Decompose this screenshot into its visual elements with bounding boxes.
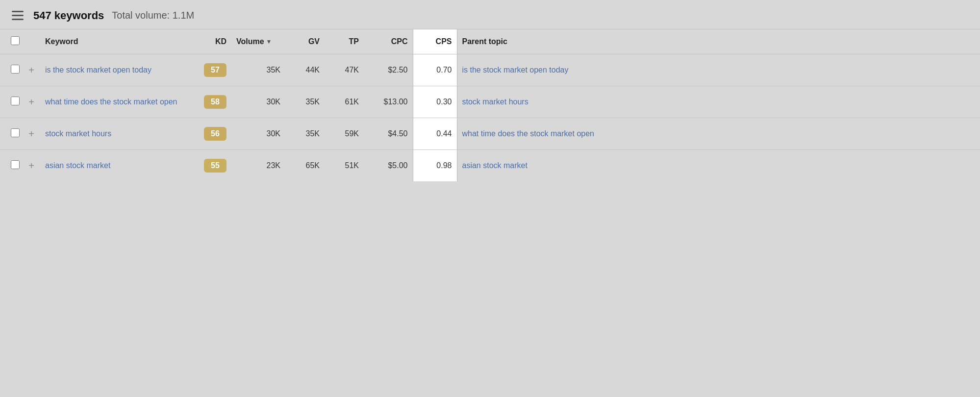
row-cpc: $2.50 bbox=[364, 54, 413, 86]
header-volume[interactable]: Volume ▼ bbox=[231, 29, 285, 54]
row-parent-topic[interactable]: stock market hours bbox=[457, 86, 980, 118]
row-checkbox[interactable] bbox=[11, 97, 20, 105]
header-plus-cell bbox=[23, 29, 40, 54]
row-tp: 59K bbox=[325, 118, 364, 150]
row-cps: 0.44 bbox=[413, 118, 457, 150]
row-plus-button[interactable]: + bbox=[23, 86, 40, 118]
row-tp: 61K bbox=[325, 86, 364, 118]
kd-badge: 56 bbox=[204, 127, 226, 141]
top-bar: 547 keywords Total volume: 1.1M bbox=[0, 0, 980, 29]
row-checkbox[interactable] bbox=[11, 65, 20, 74]
row-checkbox-cell bbox=[0, 54, 23, 86]
header-cps: CPS bbox=[413, 29, 457, 54]
sort-arrow-icon: ▼ bbox=[266, 38, 272, 45]
header-tp: TP bbox=[325, 29, 364, 54]
header-gv: GV bbox=[285, 29, 325, 54]
row-kd: 57 bbox=[192, 54, 231, 86]
header-kd: KD bbox=[192, 29, 231, 54]
hamburger-icon[interactable] bbox=[10, 9, 25, 22]
row-keyword[interactable]: is the stock market open today bbox=[40, 54, 192, 86]
row-keyword[interactable]: what time does the stock market open bbox=[40, 86, 192, 118]
row-gv: 44K bbox=[285, 54, 325, 86]
row-keyword[interactable]: asian stock market bbox=[40, 150, 192, 182]
row-parent-topic[interactable]: asian stock market bbox=[457, 150, 980, 182]
table-row: + is the stock market open today 57 35K … bbox=[0, 54, 980, 86]
row-cpc: $5.00 bbox=[364, 150, 413, 182]
row-gv: 35K bbox=[285, 86, 325, 118]
keyword-link[interactable]: is the stock market open today bbox=[45, 66, 151, 74]
row-checkbox[interactable] bbox=[11, 160, 20, 169]
table-wrapper: Keyword KD Volume ▼ GV TP bbox=[0, 29, 980, 196]
row-cps: 0.30 bbox=[413, 86, 457, 118]
row-cpc: $13.00 bbox=[364, 86, 413, 118]
row-plus-button[interactable]: + bbox=[23, 150, 40, 182]
row-plus-button[interactable]: + bbox=[23, 118, 40, 150]
table-row: + stock market hours 56 30K 35K 59K $4.5… bbox=[0, 118, 980, 150]
parent-topic-link[interactable]: stock market hours bbox=[462, 98, 528, 106]
kd-badge: 57 bbox=[204, 63, 226, 77]
row-plus-button[interactable]: + bbox=[23, 54, 40, 86]
row-kd: 58 bbox=[192, 86, 231, 118]
row-keyword[interactable]: stock market hours bbox=[40, 118, 192, 150]
keyword-link[interactable]: what time does the stock market open bbox=[45, 98, 177, 106]
keywords-count: 547 keywords bbox=[33, 9, 104, 22]
kd-badge: 55 bbox=[204, 159, 226, 173]
row-kd: 55 bbox=[192, 150, 231, 182]
header-checkbox-cell bbox=[0, 29, 23, 54]
header-keyword: Keyword bbox=[40, 29, 192, 54]
row-cps: 0.98 bbox=[413, 150, 457, 182]
row-cpc: $4.50 bbox=[364, 118, 413, 150]
row-tp: 47K bbox=[325, 54, 364, 86]
kd-badge: 58 bbox=[204, 95, 226, 109]
row-cps: 0.70 bbox=[413, 54, 457, 86]
row-gv: 35K bbox=[285, 118, 325, 150]
row-volume: 23K bbox=[231, 150, 285, 182]
row-checkbox-cell bbox=[0, 150, 23, 182]
row-kd: 56 bbox=[192, 118, 231, 150]
row-volume: 30K bbox=[231, 86, 285, 118]
keyword-link[interactable]: stock market hours bbox=[45, 129, 111, 138]
table-row: + what time does the stock market open 5… bbox=[0, 86, 980, 118]
row-tp: 51K bbox=[325, 150, 364, 182]
table-row: + asian stock market 55 23K 65K 51K $5.0… bbox=[0, 150, 980, 182]
parent-topic-link[interactable]: is the stock market open today bbox=[462, 66, 569, 74]
header-parent-topic: Parent topic bbox=[457, 29, 980, 54]
row-parent-topic[interactable]: is the stock market open today bbox=[457, 54, 980, 86]
total-volume: Total volume: 1.1M bbox=[112, 10, 194, 21]
table-header-row: Keyword KD Volume ▼ GV TP bbox=[0, 29, 980, 54]
row-checkbox-cell bbox=[0, 118, 23, 150]
row-checkbox-cell bbox=[0, 86, 23, 118]
row-checkbox[interactable] bbox=[11, 128, 20, 137]
header-cpc: CPC bbox=[364, 29, 413, 54]
keywords-table: Keyword KD Volume ▼ GV TP bbox=[0, 29, 980, 181]
row-volume: 35K bbox=[231, 54, 285, 86]
parent-topic-link[interactable]: asian stock market bbox=[462, 161, 528, 170]
parent-topic-link[interactable]: what time does the stock market open bbox=[462, 129, 594, 138]
row-volume: 30K bbox=[231, 118, 285, 150]
row-gv: 65K bbox=[285, 150, 325, 182]
select-all-checkbox[interactable] bbox=[11, 36, 20, 45]
row-parent-topic[interactable]: what time does the stock market open bbox=[457, 118, 980, 150]
keyword-link[interactable]: asian stock market bbox=[45, 161, 110, 170]
